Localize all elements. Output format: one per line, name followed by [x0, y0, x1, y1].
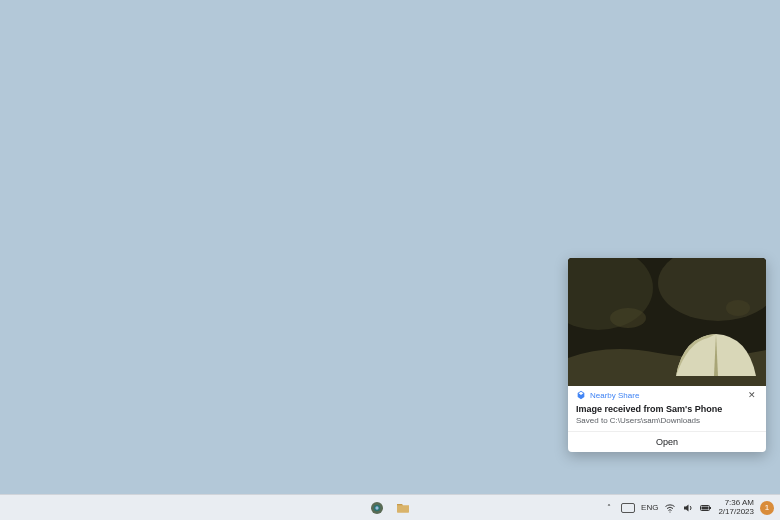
- notification-body: Image received from Sam's Phone Saved to…: [568, 403, 766, 431]
- open-button[interactable]: Open: [568, 432, 766, 452]
- notification-center-badge[interactable]: 1: [760, 501, 774, 515]
- volume-icon[interactable]: [682, 502, 694, 514]
- clock[interactable]: 7:36 AM 2/17/2023: [718, 499, 754, 516]
- notification-header: Nearby Share ✕: [568, 386, 766, 403]
- keyboard-layout-icon[interactable]: [621, 503, 635, 513]
- taskbar: ˄ ENG 7:36 AM 2/17/2023 1: [0, 494, 780, 520]
- svg-point-4: [726, 300, 750, 316]
- nearby-share-icon: [576, 390, 586, 400]
- svg-point-3: [610, 308, 646, 328]
- desktop[interactable]: Nearby Share ✕ Image received from Sam's…: [0, 0, 780, 494]
- notification-subtitle: Saved to C:\Users\sam\Downloads: [576, 416, 758, 425]
- settings-icon[interactable]: [368, 499, 386, 517]
- nearby-share-notification: Nearby Share ✕ Image received from Sam's…: [568, 258, 766, 452]
- svg-point-8: [670, 511, 671, 512]
- language-indicator[interactable]: ENG: [641, 503, 658, 512]
- notification-actions: Open: [568, 431, 766, 452]
- close-button[interactable]: ✕: [746, 389, 758, 401]
- notification-title: Image received from Sam's Phone: [576, 404, 758, 414]
- svg-point-7: [375, 506, 378, 509]
- taskbar-center: [368, 499, 412, 517]
- notification-app-name: Nearby Share: [590, 391, 639, 400]
- svg-rect-10: [702, 506, 709, 509]
- battery-icon[interactable]: [700, 502, 712, 514]
- taskbar-right: ˄ ENG 7:36 AM 2/17/2023 1: [603, 499, 780, 516]
- clock-date: 2/17/2023: [718, 508, 754, 516]
- svg-rect-11: [710, 507, 711, 509]
- wifi-icon[interactable]: [664, 502, 676, 514]
- notification-image[interactable]: [568, 258, 766, 386]
- tray-overflow-icon[interactable]: ˄: [603, 502, 615, 514]
- file-explorer-icon[interactable]: [394, 499, 412, 517]
